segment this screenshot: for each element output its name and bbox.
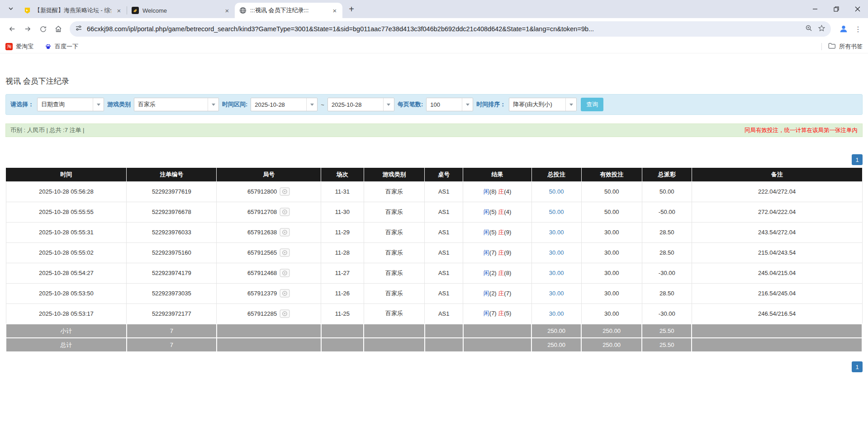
- zoom-icon[interactable]: [805, 24, 812, 33]
- round-number: 657912565: [247, 249, 277, 256]
- cell-payout: 28.50: [642, 222, 692, 242]
- cell-bet-id: 522923977619: [127, 181, 217, 202]
- tab-close-icon[interactable]: ×: [331, 6, 339, 14]
- bookmark-baidu[interactable]: 百度一下: [44, 43, 78, 51]
- date-from-select[interactable]: 2025-10-28: [251, 98, 318, 111]
- cell-total-bet: 30.00: [531, 242, 581, 263]
- sort-select[interactable]: 降幂(由大到小): [509, 98, 577, 111]
- profile-avatar[interactable]: [836, 22, 851, 36]
- result-player-num: (2): [489, 290, 497, 297]
- dropdown-arrow-icon[interactable]: [93, 98, 104, 111]
- column-header: 注单编号: [127, 168, 217, 181]
- tab-close-icon[interactable]: ×: [223, 6, 231, 14]
- cell-table: AS1: [425, 303, 463, 324]
- site-info-icon[interactable]: [75, 24, 82, 33]
- valid-bet-note: 同局有效投注，统一计算在该局第一张注单内: [745, 127, 858, 134]
- cell-total-bet: 50.00: [531, 202, 581, 222]
- table-header-row: 时间注单编号局号场次游戏类别桌号结果总投注有效投注总派彩备注: [6, 168, 862, 181]
- restore-button[interactable]: [825, 0, 847, 18]
- dropdown-arrow-icon[interactable]: [565, 98, 576, 111]
- total-bet-link[interactable]: 50.00: [549, 209, 564, 215]
- back-button[interactable]: [5, 21, 20, 37]
- welcome-favicon: [132, 7, 139, 14]
- cell-valid-bet: 30.00: [581, 283, 642, 303]
- total-bet-link[interactable]: 30.00: [549, 229, 564, 236]
- video-replay-icon[interactable]: [280, 289, 290, 298]
- minimize-button[interactable]: [804, 0, 825, 18]
- sort-label: 时间排序：: [476, 100, 506, 109]
- game-type-select[interactable]: 百家乐: [134, 98, 219, 111]
- bookmarks-divider: [821, 43, 822, 50]
- cell-round: 657912638: [217, 222, 321, 242]
- browser-menu-icon[interactable]: ⋮: [853, 21, 863, 37]
- cell-table: AS1: [425, 263, 463, 283]
- cell-session: 11-31: [321, 181, 364, 202]
- total-bet-link[interactable]: 30.00: [549, 249, 564, 256]
- cell-remark: 215.04/243.54: [692, 242, 862, 263]
- total-bet-link[interactable]: 30.00: [549, 270, 564, 276]
- bookmark-taobao[interactable]: 淘 爱淘宝: [5, 43, 33, 51]
- result-player-num: (5): [489, 229, 497, 236]
- bookmark-star-icon[interactable]: [818, 24, 825, 34]
- result-banker-num: (4): [504, 209, 511, 215]
- tab-welcome[interactable]: Welcome ×: [127, 3, 235, 18]
- forward-button[interactable]: [20, 21, 35, 37]
- tab-title: Welcome: [142, 7, 219, 14]
- video-replay-icon[interactable]: [280, 269, 290, 277]
- cell-total-bet: 30.00: [531, 222, 581, 242]
- close-button[interactable]: [847, 0, 868, 18]
- video-replay-icon[interactable]: [280, 248, 290, 257]
- tab-haiyan-forum[interactable]: 【新提醒】海燕策略论坛 - 综合 ×: [19, 3, 127, 18]
- video-replay-icon[interactable]: [280, 228, 290, 237]
- date-range-label: 时间区间:: [222, 100, 247, 109]
- game-type-value: 百家乐: [134, 98, 208, 111]
- query-type-select[interactable]: 日期查询: [37, 98, 104, 111]
- cell-session: 11-26: [321, 283, 364, 303]
- url-text[interactable]: 66cxkj98.com/ipl/portal.php/game/betreco…: [87, 25, 801, 33]
- column-header: 局号: [217, 168, 321, 181]
- total-bet-link[interactable]: 30.00: [549, 290, 564, 297]
- cell-valid-bet: 30.00: [581, 263, 642, 283]
- cell-payout: 28.50: [642, 283, 692, 303]
- dropdown-arrow-icon[interactable]: [383, 98, 394, 111]
- result-banker-num: (5): [504, 310, 511, 317]
- tab-search-button[interactable]: [5, 3, 17, 15]
- result-banker-num: (8): [504, 270, 511, 276]
- table-row: 2025-10-28 05:55:55522923976678657912708…: [6, 202, 862, 222]
- result-player-num: (5): [489, 209, 497, 215]
- home-button[interactable]: [51, 21, 66, 37]
- haiyan-forum-favicon: [24, 7, 31, 14]
- video-replay-icon[interactable]: [280, 187, 290, 196]
- total-bet-link[interactable]: 30.00: [549, 310, 564, 317]
- search-button[interactable]: 查询: [581, 98, 603, 111]
- reload-button[interactable]: [35, 21, 51, 37]
- column-header: 结果: [463, 168, 531, 181]
- address-bar[interactable]: 66cxkj98.com/ipl/portal.php/game/betreco…: [70, 21, 831, 37]
- cell-bet-id: 522923972177: [127, 303, 217, 324]
- tab-close-icon[interactable]: ×: [115, 6, 123, 14]
- dropdown-arrow-icon[interactable]: [306, 98, 317, 111]
- new-tab-button[interactable]: +: [345, 3, 358, 15]
- total-valid-bet: 250.00: [581, 338, 642, 352]
- total-bet-link[interactable]: 50.00: [549, 188, 564, 195]
- total-total-bet: 250.00: [531, 338, 581, 352]
- bookmarks-bar: 淘 爱淘宝 百度一下 所有书签: [0, 40, 868, 53]
- date-to-select[interactable]: 2025-10-28: [327, 98, 394, 111]
- page-size-label: 每页笔数:: [398, 100, 423, 109]
- page-title: 视讯 会员下注纪录: [5, 76, 863, 86]
- bet-table-body: 2025-10-28 05:56:28522923977619657912800…: [6, 181, 862, 324]
- browser-toolbar: 66cxkj98.com/ipl/portal.php/game/betreco…: [0, 18, 868, 40]
- tab-bet-records[interactable]: :::视讯 会员下注纪录::: ×: [235, 3, 342, 18]
- page-size-select[interactable]: 100: [426, 98, 473, 111]
- cell-game: 百家乐: [364, 202, 424, 222]
- all-bookmarks[interactable]: 所有书签: [821, 43, 863, 51]
- dropdown-arrow-icon[interactable]: [208, 98, 218, 111]
- baidu-favicon: [44, 43, 52, 50]
- dropdown-arrow-icon[interactable]: [462, 98, 473, 111]
- result-player: 闲: [484, 229, 489, 236]
- table-row: 2025-10-28 05:53:50522923973035657912379…: [6, 283, 862, 303]
- video-replay-icon[interactable]: [280, 208, 290, 216]
- video-replay-icon[interactable]: [280, 309, 290, 318]
- page-number-button[interactable]: 1: [852, 154, 863, 165]
- page-number-button[interactable]: 1: [852, 361, 863, 372]
